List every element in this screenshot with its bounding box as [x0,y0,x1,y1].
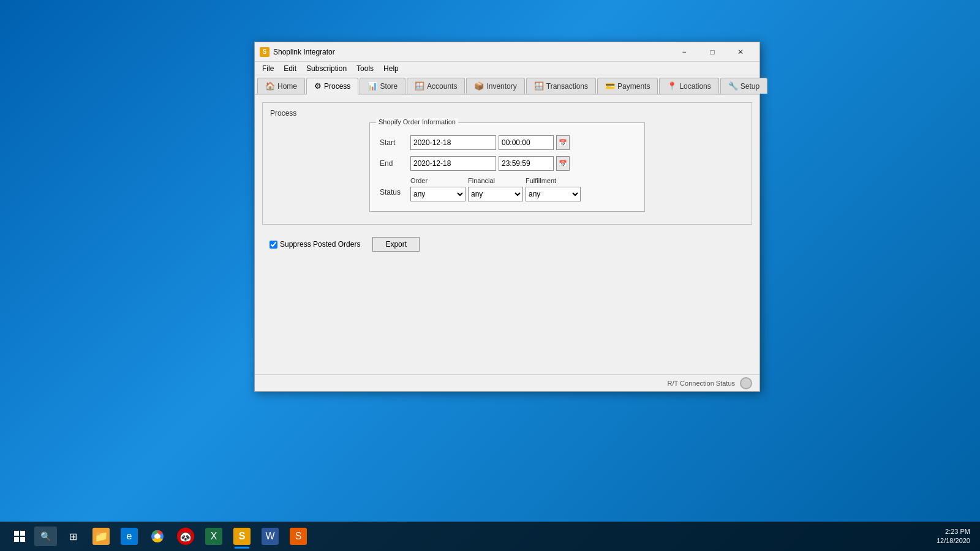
process-icon: ⚙ [314,81,322,91]
tab-accounts-label: Accounts [427,82,457,91]
edge-icon: e [121,528,138,545]
start-date-input[interactable] [410,135,496,150]
taskbar-time-text: 2:23 PM [937,527,970,536]
end-date-input[interactable] [410,156,496,171]
order-header: Order [410,177,466,184]
tab-inventory-label: Inventory [486,82,516,91]
tab-payments-label: Payments [617,82,650,91]
title-bar: S Shoplink Integrator − □ ✕ [255,42,760,62]
bottom-area: Suppress Posted Orders Export [262,231,752,258]
tab-inventory[interactable]: 📦 Inventory [466,78,524,94]
excel-icon: X [205,528,222,545]
tab-setup[interactable]: 🔧 Setup [720,78,767,94]
page-title: Process [270,109,744,118]
end-time-input[interactable] [499,156,554,171]
edge-taskbar-button[interactable]: e [116,523,143,550]
order-select[interactable]: any [410,187,466,201]
tab-bar: 🏠 Home ⚙ Process 📊 Store 🪟 Accounts 📦 In… [255,75,760,95]
window-title: Shoplink Integrator [273,48,670,56]
connection-status-label: R/T Connection Status [668,380,735,387]
chrome-icon [149,528,166,545]
minimize-button[interactable]: − [670,42,698,62]
tab-home-label: Home [277,82,297,91]
accounts-icon: 🪟 [415,81,424,91]
tab-payments[interactable]: 💳 Payments [597,78,658,94]
content-area: Process Shopify Order Information Start … [255,95,760,374]
tab-transactions[interactable]: 🪟 Transactions [526,78,596,94]
menu-bar: File Edit Subscription Tools Help [255,62,760,75]
status-headers: Order Financial Fulfillment [410,177,635,184]
inventory-icon: 📦 [474,81,484,91]
explorer-icon: 📁 [92,528,110,545]
window-controls: − □ ✕ [670,42,755,62]
start-time-input[interactable] [499,135,554,150]
connection-indicator [740,377,752,389]
menu-edit[interactable]: Edit [279,63,301,74]
shoplink-taskbar-button[interactable]: S [228,523,255,550]
maximize-button[interactable]: □ [698,42,726,62]
panda-taskbar-button[interactable]: 🐼 [172,523,199,550]
shoplink-icon: S [233,528,251,545]
orange-taskbar-button[interactable]: S [285,523,312,550]
financial-header: Financial [468,177,523,184]
tab-locations-label: Locations [679,82,710,91]
suppress-label[interactable]: Suppress Posted Orders [270,240,360,249]
word-icon: W [262,528,279,545]
explorer-taskbar-button[interactable]: 📁 [88,523,115,550]
end-calendar-button[interactable]: 📅 [556,156,570,171]
tab-store[interactable]: 📊 Store [360,78,405,94]
status-row: Status Order Financial Fulfillment any [380,177,635,201]
tab-store-label: Store [380,82,398,91]
status-bar: R/T Connection Status [255,374,760,391]
windows-logo-icon [14,531,25,542]
taskbar-date-text: 12/18/2020 [937,536,970,545]
taskbar-icons: ⊞ 📁 e 🐼 X S [59,523,312,550]
menu-file[interactable]: File [257,63,279,74]
end-label: End [380,159,410,168]
setup-icon: 🔧 [728,81,738,91]
taskview-icon: ⊞ [69,531,77,542]
locations-icon: 📍 [667,81,677,91]
excel-taskbar-button[interactable]: X [200,523,227,550]
taskbar: 🔍 ⊞ 📁 e 🐼 X [0,522,980,551]
menu-subscription[interactable]: Subscription [301,63,352,74]
panda-icon: 🐼 [177,528,194,545]
payments-icon: 💳 [605,81,615,91]
menu-tools[interactable]: Tools [352,63,379,74]
close-button[interactable]: ✕ [726,42,755,62]
app-icon: S [260,47,270,57]
tab-locations[interactable]: 📍 Locations [659,78,718,94]
suppress-checkbox[interactable] [270,241,277,249]
status-label: Status [380,177,410,197]
taskbar-search[interactable]: 🔍 [34,527,57,546]
chrome-taskbar-button[interactable] [144,523,171,550]
search-icon: 🔍 [40,531,51,541]
word-taskbar-button[interactable]: W [257,523,284,550]
taskview-button[interactable]: ⊞ [59,523,86,550]
start-button[interactable] [5,522,34,551]
start-row: Start 📅 [380,135,635,150]
status-dropdowns: Order Financial Fulfillment any any [410,177,635,201]
menu-help[interactable]: Help [379,63,404,74]
fulfillment-select[interactable]: any [526,187,581,201]
start-calendar-button[interactable]: 📅 [556,135,570,150]
tab-process-label: Process [324,82,350,91]
fulfillment-header: Fulfillment [526,177,581,184]
store-icon: 📊 [368,81,377,91]
suppress-text: Suppress Posted Orders [280,240,360,249]
process-section: Process Shopify Order Information Start … [262,102,752,225]
export-button[interactable]: Export [372,237,420,252]
end-row: End 📅 [380,156,635,171]
order-info-legend: Shopify Order Information [376,118,458,126]
transactions-icon: 🪟 [534,81,544,91]
tab-home[interactable]: 🏠 Home [257,78,305,94]
application-window: S Shoplink Integrator − □ ✕ File Edit Su… [254,42,760,392]
tab-accounts[interactable]: 🪟 Accounts [407,78,465,94]
taskbar-clock: 2:23 PM 12/18/2020 [937,527,970,546]
orange-app-icon: S [290,528,307,545]
financial-select[interactable]: any [468,187,523,201]
tab-process[interactable]: ⚙ Process [306,78,358,95]
status-selects: any any any [410,187,635,201]
taskbar-right: 2:23 PM 12/18/2020 [932,527,975,546]
tab-transactions-label: Transactions [546,82,588,91]
